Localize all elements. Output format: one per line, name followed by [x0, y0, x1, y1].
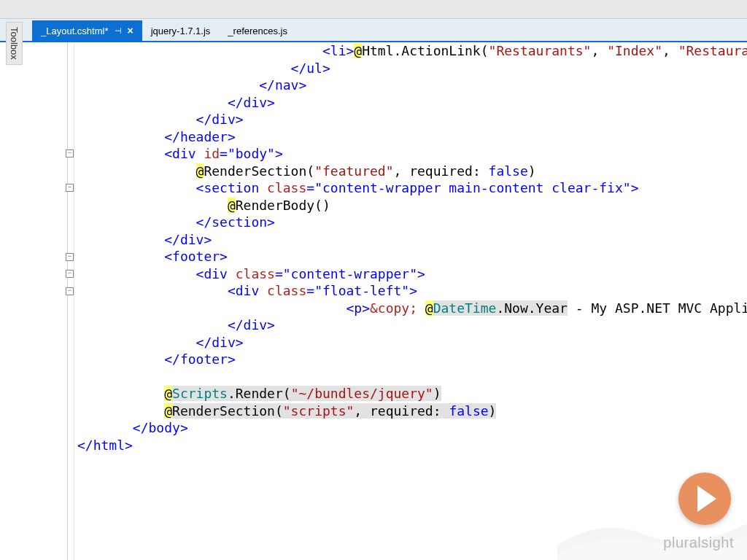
code-text: RenderSection( — [172, 403, 283, 419]
tag: <div — [228, 283, 267, 298]
razor-at: @ — [354, 43, 362, 58]
code-text: , — [662, 43, 678, 58]
type: Scripts — [172, 386, 228, 401]
string: "body" — [228, 146, 275, 161]
string: "Index" — [607, 43, 662, 58]
code-text: > — [631, 180, 639, 195]
toolbox-panel[interactable]: Toolbox — [6, 22, 23, 65]
close-icon[interactable]: × — [128, 25, 133, 36]
string: "content-wrapper main-content clear-fix" — [314, 180, 630, 195]
code-text: , — [394, 163, 410, 179]
code-text: , — [354, 403, 370, 419]
fold-icon[interactable]: − — [66, 270, 74, 278]
code-text: , — [591, 43, 607, 58]
tag: </ul> — [291, 61, 330, 76]
tag: </html> — [77, 438, 133, 453]
code-text: = — [306, 180, 314, 195]
tab-label: _references.js — [228, 26, 287, 36]
tag: <div — [196, 266, 236, 281]
tab-layout[interactable]: _Layout.cshtml* ⊣ × — [32, 20, 142, 41]
code-text: - My ASP.NET MVC Application — [568, 300, 747, 316]
string: "scripts" — [283, 403, 355, 419]
code-text: = — [220, 146, 228, 161]
code-text: required: — [409, 163, 488, 179]
code-text: > — [409, 283, 417, 298]
pin-icon[interactable]: ⊣ — [115, 26, 122, 36]
tab-references[interactable]: _references.js — [219, 21, 296, 41]
code-text: > — [275, 146, 283, 161]
fold-icon[interactable]: − — [66, 253, 74, 261]
tag: </footer> — [164, 351, 236, 367]
razor-at: @ — [425, 300, 433, 316]
code-text: Html.ActionLink( — [362, 43, 488, 58]
fold-icon[interactable]: − — [66, 149, 74, 158]
tag: </div> — [228, 95, 275, 110]
keyword: false — [489, 163, 528, 179]
entity: &copy; — [370, 300, 425, 316]
razor-at: @ — [196, 163, 204, 179]
code-text: ) — [433, 386, 441, 401]
attr: class — [267, 180, 306, 195]
watermark-text: pluralsight — [663, 534, 734, 551]
code-text: = — [306, 283, 314, 298]
string: "Restaurants" — [489, 43, 592, 58]
code-text: ) — [528, 163, 536, 179]
tab-label: jquery-1.7.1.js — [151, 26, 211, 36]
attr: class — [267, 283, 306, 298]
code-text: .Render( — [228, 386, 291, 401]
tag: </div> — [196, 335, 244, 350]
main-toolbar — [0, 0, 747, 19]
code-text: RenderBody() — [236, 198, 330, 213]
tag: <li> — [322, 43, 354, 58]
razor-at: @ — [164, 386, 172, 401]
code-editor[interactable]: − − − − − <li>@Html.ActionLink("Restaura… — [32, 42, 747, 560]
attr: id — [204, 146, 220, 161]
fold-icon[interactable]: − — [66, 287, 74, 295]
code-text: RenderSection( — [204, 163, 314, 179]
tag: </div> — [196, 112, 244, 127]
tag: </div> — [164, 232, 212, 247]
tag: </nav> — [259, 77, 306, 93]
string: "float-left" — [314, 283, 409, 298]
razor-at: @ — [228, 198, 236, 213]
tag: </header> — [164, 129, 236, 144]
fold-icon[interactable]: − — [66, 184, 74, 192]
type: DateTime — [433, 300, 497, 316]
tag: <div — [164, 146, 204, 161]
tab-bar: _Layout.cshtml* ⊣ × jquery-1.7.1.js _ref… — [0, 19, 747, 42]
tag: </body> — [133, 420, 188, 435]
code-content[interactable]: <li>@Html.ActionLink("Restaurants", "Ind… — [74, 42, 747, 560]
keyword: false — [449, 403, 488, 419]
string: "content-wrapper" — [283, 266, 417, 281]
string: "featured" — [314, 163, 393, 179]
tab-jquery[interactable]: jquery-1.7.1.js — [142, 21, 220, 41]
tag: <section — [196, 180, 268, 195]
razor-at: @ — [164, 403, 172, 419]
attr: class — [236, 266, 275, 281]
play-button[interactable] — [678, 472, 731, 525]
tag: </div> — [228, 317, 275, 332]
code-text: ) — [489, 403, 497, 419]
string: "~/bundles/jquery" — [291, 386, 433, 401]
tab-label: _Layout.cshtml* — [41, 26, 109, 36]
code-text: .Now.Year — [496, 300, 568, 316]
code-text: = — [275, 266, 283, 281]
tag: </section> — [196, 214, 275, 230]
code-text: > — [417, 266, 425, 281]
code-text: required: — [370, 403, 449, 419]
tag: <p> — [346, 300, 370, 316]
string: "Restaurant" — [678, 43, 747, 58]
gutter: − − − − − — [32, 42, 74, 560]
tag: <footer> — [164, 249, 228, 264]
